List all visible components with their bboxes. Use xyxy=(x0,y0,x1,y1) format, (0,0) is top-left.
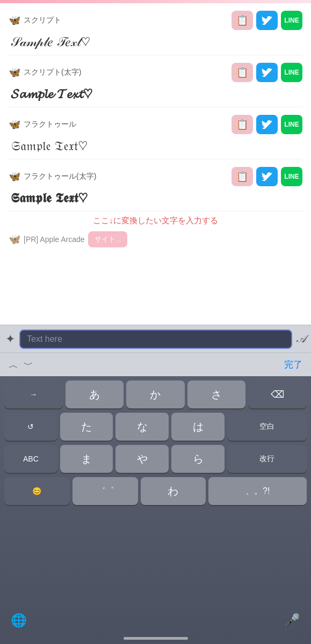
line-button-4[interactable]: LINE xyxy=(281,167,302,186)
key-ka[interactable]: か xyxy=(126,380,185,408)
font-row-script: 🦋 スクリプト 📋 LINE 𝒮𝒶𝓂𝓅𝓁𝑒 𝒯𝑒𝓍𝓉♡ xyxy=(9,3,302,55)
key-arrow[interactable]: → xyxy=(4,380,63,408)
copy-icon-4: 📋 xyxy=(236,171,248,182)
key-backspace[interactable]: ⌫ xyxy=(248,380,307,408)
copy-icon-3: 📋 xyxy=(236,119,248,130)
keyboard-bottom: 🌐 🎤 xyxy=(0,613,311,628)
font-row-fraktur-bold: 🦋 フラクトゥール(太字) 📋 LINE 𝕾𝖆𝖒𝖕𝖑𝖊 𝕿𝖊𝖝𝖙♡ xyxy=(9,159,302,211)
key-ra[interactable]: ら xyxy=(171,445,225,473)
line-button-1[interactable]: LINE xyxy=(281,11,302,30)
keyboard-area: → あ か さ ⌫ ↺ た な は 空白 ABC ま や ら 改行 😊 ゛゜ わ… xyxy=(0,376,311,644)
partial-pink-button[interactable]: サイト... xyxy=(88,231,128,247)
sample-text-script: 𝒮𝒶𝓂𝓅𝓁𝑒 𝒯𝑒𝓍𝓉♡ xyxy=(9,34,302,49)
twitter-icon-4 xyxy=(262,172,272,181)
key-emoji[interactable]: 😊 xyxy=(4,477,70,505)
key-a[interactable]: あ xyxy=(66,380,124,408)
sparkle-icon: ✦ xyxy=(5,332,15,346)
font-label-script: スクリプト xyxy=(24,16,61,25)
home-indicator xyxy=(124,637,188,640)
action-buttons-4: 📋 LINE xyxy=(232,167,302,186)
up-arrow[interactable]: ︿ xyxy=(9,358,18,371)
keyboard-row-1: → あ か さ ⌫ xyxy=(2,380,309,408)
font-title-script-bold: 🦋 スクリプト(太字) xyxy=(9,67,81,78)
key-undo[interactable]: ↺ xyxy=(4,413,57,441)
hint-text: ここ↓に変換したい文字を入力する xyxy=(9,211,302,228)
key-abc[interactable]: ABC xyxy=(4,445,57,473)
copy-icon-1: 📋 xyxy=(236,14,248,26)
butterfly-icon-1: 🦋 xyxy=(9,14,20,26)
twitter-icon-1 xyxy=(262,16,272,25)
text-input-field[interactable]: Text here xyxy=(19,330,292,349)
twitter-button-3[interactable] xyxy=(256,115,278,134)
line-icon-1: LINE xyxy=(284,17,299,24)
font-label-script-bold: スクリプト(太字) xyxy=(24,68,81,77)
keyboard-row-3: ABC ま や ら 改行 xyxy=(2,445,309,473)
key-ta[interactable]: た xyxy=(60,413,113,441)
line-button-2[interactable]: LINE xyxy=(281,63,302,82)
partial-button-label: サイト... xyxy=(95,235,121,243)
key-dakuten[interactable]: ゛゜ xyxy=(73,477,138,505)
done-button[interactable]: 完了 xyxy=(284,358,302,371)
key-enter[interactable]: 改行 xyxy=(227,445,307,473)
action-buttons-2: 📋 LINE xyxy=(232,63,302,82)
key-na[interactable]: な xyxy=(115,413,169,441)
key-wa[interactable]: わ xyxy=(141,477,206,505)
font-row-script-bold: 🦋 スクリプト(太字) 📋 LINE 𝓢𝓪𝓶𝓹𝓵𝓮 𝓣𝓮𝔁𝓽♡ xyxy=(9,55,302,107)
sample-text-fraktur: 𝔖𝔞𝔪𝔭𝔩𝔢 𝔗𝔢𝔵𝔱♡ xyxy=(9,138,302,153)
font-label-fraktur-bold: フラクトゥール(太字) xyxy=(24,172,96,181)
partial-row-title: [PR] Apple Arcade xyxy=(24,235,85,244)
font-a-icon: 𝒜 xyxy=(296,333,306,345)
line-icon-2: LINE xyxy=(284,69,299,76)
twitter-button-1[interactable] xyxy=(256,11,278,30)
keyboard-toolbar: ✦ Text here 𝒜 xyxy=(0,325,311,353)
copy-button-3[interactable]: 📋 xyxy=(232,115,253,134)
sample-text-fraktur-bold: 𝕾𝖆𝖒𝖕𝖑𝖊 𝕿𝖊𝖝𝖙♡ xyxy=(9,191,302,206)
line-icon-3: LINE xyxy=(284,121,299,128)
partial-row: 🦋 [PR] Apple Arcade サイト... xyxy=(9,228,302,251)
action-buttons-3: 📋 LINE xyxy=(232,115,302,134)
key-ha[interactable]: は xyxy=(171,413,225,441)
keyboard-row-4: 😊 ゛゜ わ 、。?! xyxy=(2,477,309,505)
copy-button-1[interactable]: 📋 xyxy=(232,11,253,30)
twitter-icon-3 xyxy=(262,120,272,129)
copy-button-2[interactable]: 📋 xyxy=(232,63,253,82)
twitter-button-2[interactable] xyxy=(256,63,278,82)
scroll-area: 🦋 スクリプト 📋 LINE 𝒮𝒶𝓂𝓅𝓁𝑒 𝒯𝑒𝓍𝓉♡ 🦋 xyxy=(0,3,311,251)
font-label-fraktur: フラクトゥール xyxy=(24,120,76,129)
key-punctuation[interactable]: 、。?! xyxy=(208,477,307,505)
done-bar: ︿ ﹀ 完了 xyxy=(0,353,311,376)
globe-icon[interactable]: 🌐 xyxy=(11,613,27,628)
line-icon-4: LINE xyxy=(284,173,299,180)
twitter-icon-2 xyxy=(262,68,272,77)
nav-arrows: ︿ ﹀ xyxy=(9,358,33,371)
copy-button-4[interactable]: 📋 xyxy=(232,167,253,186)
action-buttons-1: 📋 LINE xyxy=(232,11,302,30)
mic-icon[interactable]: 🎤 xyxy=(284,613,300,628)
key-space[interactable]: 空白 xyxy=(227,413,307,441)
sample-text-script-bold: 𝓢𝓪𝓶𝓹𝓵𝓮 𝓣𝓮𝔁𝓽♡ xyxy=(9,86,302,101)
text-input-placeholder: Text here xyxy=(27,334,62,344)
key-ma[interactable]: ま xyxy=(60,445,113,473)
down-arrow[interactable]: ﹀ xyxy=(24,358,33,371)
butterfly-icon-2: 🦋 xyxy=(9,67,20,78)
butterfly-icon-4: 🦋 xyxy=(9,171,20,182)
font-row-fraktur: 🦋 フラクトゥール 📋 LINE 𝔖𝔞𝔪𝔭𝔩𝔢 𝔗𝔢𝔵𝔱♡ xyxy=(9,107,302,159)
copy-icon-2: 📋 xyxy=(236,67,248,78)
font-title-script: 🦋 スクリプト xyxy=(9,14,61,26)
butterfly-icon-3: 🦋 xyxy=(9,119,20,130)
keyboard-rows: → あ か さ ⌫ ↺ た な は 空白 ABC ま や ら 改行 😊 ゛゜ わ… xyxy=(0,376,311,505)
key-sa[interactable]: さ xyxy=(187,380,246,408)
line-button-3[interactable]: LINE xyxy=(281,115,302,134)
font-title-fraktur-bold: 🦋 フラクトゥール(太字) xyxy=(9,171,96,182)
font-title-fraktur: 🦋 フラクトゥール xyxy=(9,119,76,130)
key-ya[interactable]: や xyxy=(115,445,169,473)
twitter-button-4[interactable] xyxy=(256,167,278,186)
butterfly-icon-5: 🦋 xyxy=(9,233,20,245)
keyboard-row-2: ↺ た な は 空白 xyxy=(2,413,309,441)
